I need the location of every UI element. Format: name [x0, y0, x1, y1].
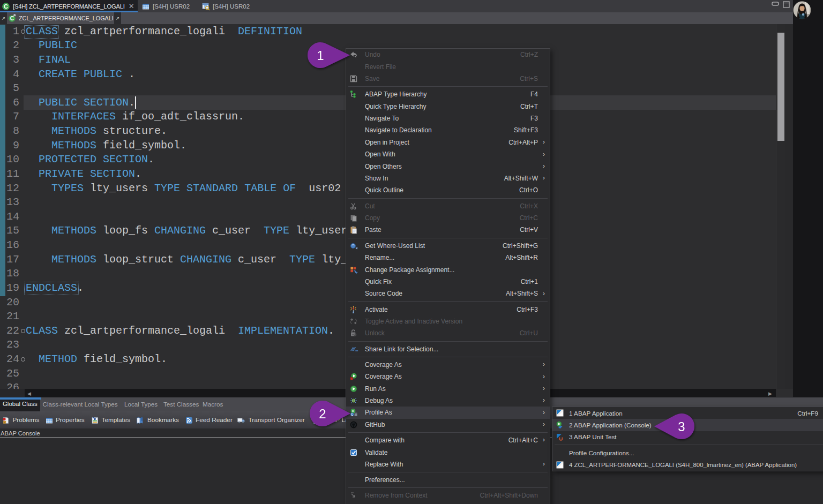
svg-text:C: C — [10, 16, 14, 21]
svg-text:C: C — [4, 3, 8, 10]
